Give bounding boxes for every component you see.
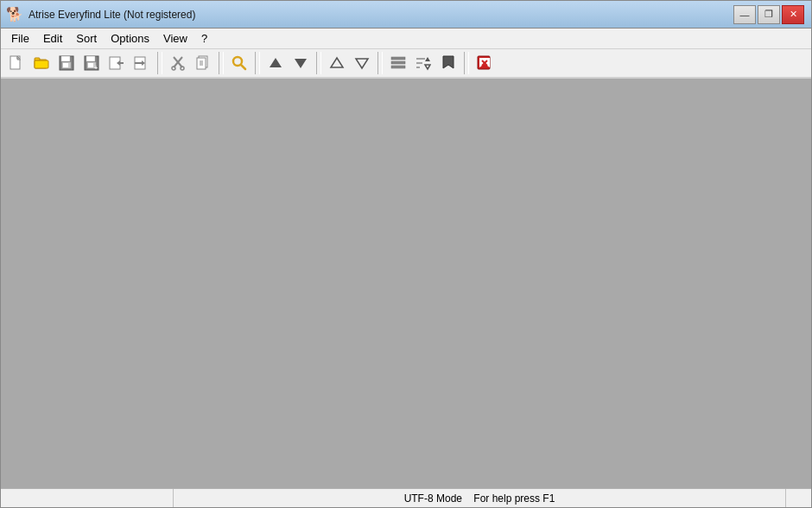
svg-point-23 (181, 67, 184, 70)
open-button[interactable] (29, 51, 54, 75)
move-up-button[interactable] (325, 51, 349, 75)
svg-marker-41 (425, 57, 430, 61)
status-section-3 (785, 489, 811, 507)
cut-icon (170, 55, 186, 71)
menu-sort[interactable]: Sort (69, 29, 104, 48)
save-button[interactable] (54, 51, 79, 75)
separator-4 (316, 52, 321, 74)
separator-2 (219, 52, 224, 74)
status-section-2: UTF-8 Mode For help press F1 (174, 489, 785, 507)
svg-rect-10 (86, 56, 95, 61)
exit-button[interactable] (473, 51, 497, 75)
list-view-icon (390, 55, 406, 71)
status-section-1 (1, 489, 174, 507)
menu-view[interactable]: View (156, 29, 194, 48)
menu-bar: File Edit Sort Options View ? (1, 29, 811, 49)
save-as-button[interactable]: + (79, 51, 104, 75)
main-content (1, 79, 811, 488)
svg-line-30 (241, 65, 245, 69)
status-help: For help press F1 (473, 492, 555, 505)
menu-help[interactable]: ? (194, 29, 214, 48)
save-icon (59, 55, 74, 71)
open-icon (34, 55, 49, 71)
svg-text:+: + (94, 65, 98, 71)
cut-button[interactable] (166, 51, 190, 75)
tag-icon (441, 55, 456, 71)
copy-icon (195, 55, 211, 71)
svg-rect-36 (391, 61, 405, 64)
maximize-button[interactable]: ❐ (758, 5, 780, 24)
svg-marker-43 (443, 56, 454, 68)
title-buttons: — ❐ ✕ (733, 5, 804, 24)
toolbar: + (1, 49, 811, 79)
move-down-icon (354, 55, 370, 71)
svg-marker-42 (425, 65, 430, 69)
new-icon (9, 55, 24, 71)
separator-3 (255, 52, 260, 74)
title-bar: 🐕 Atrise Everyfind Lite (Not registered)… (1, 1, 811, 29)
menu-options[interactable]: Options (104, 29, 156, 48)
svg-marker-31 (270, 58, 282, 67)
move-up-icon (329, 55, 345, 71)
new-button[interactable] (4, 51, 29, 75)
svg-point-22 (172, 67, 175, 70)
tag-button[interactable] (436, 51, 460, 75)
main-window: 🐕 Atrise Everyfind Lite (Not registered)… (0, 0, 812, 508)
find-button[interactable] (227, 51, 251, 75)
save-as-icon: + (84, 55, 99, 71)
svg-marker-34 (356, 59, 368, 68)
minimize-button[interactable]: — (733, 5, 756, 24)
status-bar: UTF-8 Mode For help press F1 (1, 488, 811, 507)
menu-edit[interactable]: Edit (36, 29, 69, 48)
copy-button[interactable] (191, 51, 215, 75)
svg-rect-4 (35, 60, 48, 68)
nav-down-button[interactable] (289, 51, 313, 75)
find-icon (232, 55, 247, 71)
import-button[interactable] (105, 51, 129, 75)
sort-button[interactable] (411, 51, 435, 75)
app-icon: 🐕 (6, 6, 23, 23)
svg-rect-35 (391, 57, 405, 60)
svg-rect-8 (63, 63, 68, 67)
nav-up-icon (268, 55, 283, 71)
svg-rect-6 (61, 56, 70, 61)
exit-icon (477, 55, 492, 71)
window-title: Atrise Everyfind Lite (Not registered) (29, 9, 195, 21)
svg-rect-37 (391, 66, 405, 68)
nav-down-icon (293, 55, 308, 71)
move-down-button[interactable] (350, 51, 374, 75)
import-icon (109, 55, 124, 71)
nav-up-button[interactable] (263, 51, 288, 75)
title-left: 🐕 Atrise Everyfind Lite (Not registered) (6, 6, 195, 23)
svg-rect-12 (88, 63, 93, 67)
menu-file[interactable]: File (4, 29, 36, 48)
export-icon (134, 55, 149, 71)
separator-1 (157, 52, 162, 74)
separator-6 (464, 52, 469, 74)
separator-5 (377, 52, 383, 74)
svg-marker-32 (295, 59, 307, 68)
svg-marker-33 (331, 58, 343, 67)
list-view-button[interactable] (386, 51, 410, 75)
status-encoding: UTF-8 Mode (404, 492, 462, 505)
close-button[interactable]: ✕ (782, 5, 804, 24)
sort-icon (416, 55, 431, 71)
export-button[interactable] (130, 51, 154, 75)
